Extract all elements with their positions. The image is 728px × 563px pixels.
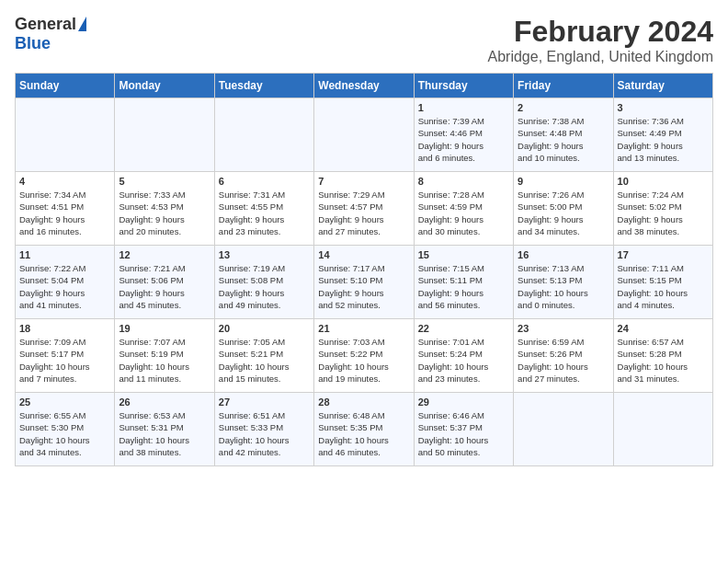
day-info: Sunrise: 7:31 AM Sunset: 4:55 PM Dayligh… (219, 189, 310, 237)
day-number: 15 (418, 249, 509, 260)
calendar-cell: 23Sunrise: 6:59 AM Sunset: 5:26 PM Dayli… (514, 319, 613, 393)
day-info: Sunrise: 7:29 AM Sunset: 4:57 PM Dayligh… (318, 189, 409, 237)
logo-general: General (15, 15, 76, 34)
calendar-cell: 13Sunrise: 7:19 AM Sunset: 5:08 PM Dayli… (214, 246, 313, 319)
day-number: 16 (518, 249, 609, 260)
calendar-cell (613, 393, 712, 466)
col-header-sunday: Sunday (16, 74, 115, 98)
col-header-tuesday: Tuesday (214, 74, 313, 98)
calendar-cell: 2Sunrise: 7:38 AM Sunset: 4:48 PM Daylig… (514, 98, 613, 172)
calendar-cell: 16Sunrise: 7:13 AM Sunset: 5:13 PM Dayli… (514, 246, 613, 319)
day-info: Sunrise: 6:59 AM Sunset: 5:26 PM Dayligh… (518, 336, 609, 385)
calendar-cell: 24Sunrise: 6:57 AM Sunset: 5:28 PM Dayli… (613, 319, 712, 393)
day-number: 9 (518, 176, 609, 187)
col-header-thursday: Thursday (414, 74, 513, 98)
week-row-1: 1Sunrise: 7:39 AM Sunset: 4:46 PM Daylig… (16, 98, 713, 172)
day-number: 7 (318, 176, 409, 187)
day-number: 26 (119, 396, 210, 408)
logo-triangle (78, 17, 86, 31)
calendar-cell: 10Sunrise: 7:24 AM Sunset: 5:02 PM Dayli… (613, 172, 712, 246)
calendar-cell: 29Sunrise: 6:46 AM Sunset: 5:37 PM Dayli… (414, 393, 513, 466)
calendar-cell (314, 98, 414, 172)
day-number: 18 (19, 323, 110, 334)
calendar-cell: 14Sunrise: 7:17 AM Sunset: 5:10 PM Dayli… (314, 246, 414, 319)
day-number: 12 (119, 249, 210, 260)
day-info: Sunrise: 7:24 AM Sunset: 5:02 PM Dayligh… (618, 189, 709, 237)
header-row: SundayMondayTuesdayWednesdayThursdayFrid… (16, 74, 713, 98)
day-info: Sunrise: 7:26 AM Sunset: 5:00 PM Dayligh… (518, 189, 609, 237)
day-number: 11 (19, 249, 110, 260)
page-header: General Blue February 2024 Abridge, Engl… (15, 15, 713, 65)
day-info: Sunrise: 7:21 AM Sunset: 5:06 PM Dayligh… (119, 262, 210, 311)
day-info: Sunrise: 7:34 AM Sunset: 4:51 PM Dayligh… (19, 189, 110, 237)
week-row-2: 4Sunrise: 7:34 AM Sunset: 4:51 PM Daylig… (16, 172, 713, 246)
calendar-cell: 9Sunrise: 7:26 AM Sunset: 5:00 PM Daylig… (514, 172, 613, 246)
day-info: Sunrise: 7:19 AM Sunset: 5:08 PM Dayligh… (219, 262, 310, 311)
day-info: Sunrise: 7:38 AM Sunset: 4:48 PM Dayligh… (518, 115, 609, 164)
calendar-cell: 6Sunrise: 7:31 AM Sunset: 4:55 PM Daylig… (214, 172, 313, 246)
calendar-cell: 25Sunrise: 6:55 AM Sunset: 5:30 PM Dayli… (16, 393, 115, 466)
col-header-friday: Friday (514, 74, 613, 98)
col-header-wednesday: Wednesday (314, 74, 414, 98)
week-row-5: 25Sunrise: 6:55 AM Sunset: 5:30 PM Dayli… (16, 393, 713, 466)
day-number: 21 (318, 323, 409, 334)
week-row-4: 18Sunrise: 7:09 AM Sunset: 5:17 PM Dayli… (16, 319, 713, 393)
day-info: Sunrise: 6:51 AM Sunset: 5:33 PM Dayligh… (219, 409, 310, 458)
day-info: Sunrise: 7:36 AM Sunset: 4:49 PM Dayligh… (618, 115, 709, 164)
day-number: 2 (518, 102, 609, 113)
calendar-table: SundayMondayTuesdayWednesdayThursdayFrid… (15, 73, 713, 466)
day-info: Sunrise: 6:46 AM Sunset: 5:37 PM Dayligh… (418, 409, 509, 458)
day-info: Sunrise: 7:15 AM Sunset: 5:11 PM Dayligh… (418, 262, 509, 311)
calendar-cell: 27Sunrise: 6:51 AM Sunset: 5:33 PM Dayli… (214, 393, 313, 466)
calendar-cell (514, 393, 613, 466)
day-number: 29 (418, 396, 509, 408)
day-number: 1 (418, 102, 509, 113)
calendar-cell: 28Sunrise: 6:48 AM Sunset: 5:35 PM Dayli… (314, 393, 414, 466)
day-info: Sunrise: 6:57 AM Sunset: 5:28 PM Dayligh… (618, 336, 709, 385)
day-number: 27 (219, 396, 310, 408)
calendar-cell: 21Sunrise: 7:03 AM Sunset: 5:22 PM Dayli… (314, 319, 414, 393)
calendar-cell: 22Sunrise: 7:01 AM Sunset: 5:24 PM Dayli… (414, 319, 513, 393)
calendar-cell: 11Sunrise: 7:22 AM Sunset: 5:04 PM Dayli… (16, 246, 115, 319)
main-title: February 2024 (488, 15, 714, 49)
day-number: 24 (618, 323, 709, 334)
day-number: 25 (19, 396, 110, 408)
calendar-cell: 8Sunrise: 7:28 AM Sunset: 4:59 PM Daylig… (414, 172, 513, 246)
calendar-cell: 3Sunrise: 7:36 AM Sunset: 4:49 PM Daylig… (613, 98, 712, 172)
calendar-cell: 19Sunrise: 7:07 AM Sunset: 5:19 PM Dayli… (115, 319, 214, 393)
day-info: Sunrise: 7:01 AM Sunset: 5:24 PM Dayligh… (418, 336, 509, 385)
calendar-cell (115, 98, 214, 172)
title-area: February 2024 Abridge, England, United K… (488, 15, 714, 65)
calendar-cell (214, 98, 313, 172)
day-info: Sunrise: 6:55 AM Sunset: 5:30 PM Dayligh… (19, 409, 110, 458)
day-number: 17 (618, 249, 709, 260)
calendar-cell: 1Sunrise: 7:39 AM Sunset: 4:46 PM Daylig… (414, 98, 513, 172)
day-number: 14 (318, 249, 409, 260)
day-number: 20 (219, 323, 310, 334)
day-info: Sunrise: 6:53 AM Sunset: 5:31 PM Dayligh… (119, 409, 210, 458)
day-number: 28 (318, 396, 409, 408)
calendar-cell: 26Sunrise: 6:53 AM Sunset: 5:31 PM Dayli… (115, 393, 214, 466)
calendar-cell: 4Sunrise: 7:34 AM Sunset: 4:51 PM Daylig… (16, 172, 115, 246)
col-header-monday: Monday (115, 74, 214, 98)
day-info: Sunrise: 7:39 AM Sunset: 4:46 PM Dayligh… (418, 115, 509, 164)
day-number: 5 (119, 176, 210, 187)
day-number: 22 (418, 323, 509, 334)
day-info: Sunrise: 7:09 AM Sunset: 5:17 PM Dayligh… (19, 336, 110, 385)
day-number: 23 (518, 323, 609, 334)
day-number: 10 (618, 176, 709, 187)
day-info: Sunrise: 7:05 AM Sunset: 5:21 PM Dayligh… (219, 336, 310, 385)
calendar-cell: 15Sunrise: 7:15 AM Sunset: 5:11 PM Dayli… (414, 246, 513, 319)
day-number: 19 (119, 323, 210, 334)
week-row-3: 11Sunrise: 7:22 AM Sunset: 5:04 PM Dayli… (16, 246, 713, 319)
day-number: 3 (618, 102, 709, 113)
logo: General Blue (15, 15, 86, 53)
subtitle: Abridge, England, United Kingdom (488, 49, 714, 65)
calendar-cell: 18Sunrise: 7:09 AM Sunset: 5:17 PM Dayli… (16, 319, 115, 393)
calendar-cell (16, 98, 115, 172)
day-number: 4 (19, 176, 110, 187)
day-info: Sunrise: 7:28 AM Sunset: 4:59 PM Dayligh… (418, 189, 509, 237)
calendar-cell: 17Sunrise: 7:11 AM Sunset: 5:15 PM Dayli… (613, 246, 712, 319)
calendar-cell: 20Sunrise: 7:05 AM Sunset: 5:21 PM Dayli… (214, 319, 313, 393)
day-info: Sunrise: 7:07 AM Sunset: 5:19 PM Dayligh… (119, 336, 210, 385)
